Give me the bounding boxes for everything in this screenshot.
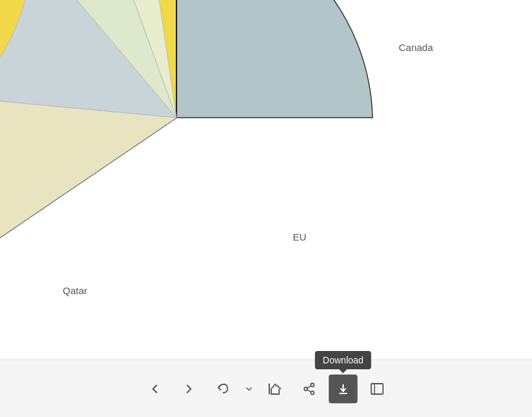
toolbar: Download: [0, 359, 532, 417]
back-button[interactable]: [141, 375, 169, 403]
forward-button[interactable]: [175, 375, 203, 403]
undo-button[interactable]: [208, 375, 237, 403]
canada-slice: [176, 0, 373, 118]
svg-line-5: [307, 390, 311, 392]
download-button-container: Download: [329, 375, 357, 403]
fullscreen-button[interactable]: [363, 375, 391, 403]
back-icon: [148, 382, 161, 395]
download-tooltip: Download: [315, 351, 371, 369]
undo-icon: [216, 382, 229, 395]
home-button[interactable]: [261, 375, 290, 403]
chevron-down-icon: [245, 385, 253, 393]
svg-point-1: [311, 383, 314, 386]
share-button[interactable]: [295, 375, 324, 403]
home-icon: [268, 382, 282, 395]
svg-point-3: [305, 387, 308, 390]
chart-area: Canada EU Qatar: [0, 0, 532, 333]
eu-label: EU: [293, 231, 307, 242]
undo-dropdown-button[interactable]: [242, 375, 256, 403]
svg-point-2: [311, 391, 314, 394]
svg-line-4: [307, 386, 311, 388]
fullscreen-icon: [370, 382, 384, 395]
share-icon: [303, 382, 316, 395]
forward-icon: [182, 382, 195, 395]
canada-label: Canada: [399, 42, 433, 53]
download-button[interactable]: [329, 375, 357, 403]
svg-rect-8: [371, 384, 383, 394]
qatar-label: Qatar: [63, 285, 88, 296]
qatar-slice: [0, 98, 176, 242]
download-icon: [337, 382, 350, 395]
